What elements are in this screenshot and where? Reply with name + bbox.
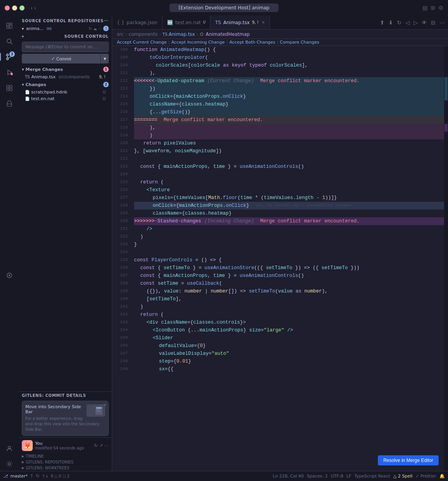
changes-badge: 2 <box>103 82 109 87</box>
tooltip-close[interactable]: ✕ <box>104 403 107 407</box>
activity-remote[interactable] <box>2 268 16 282</box>
code-line-249: sx={{ <box>134 365 444 373</box>
minimize-button[interactable] <box>12 5 17 11</box>
source-control-header: ▾ SOURCE CONTROL <box>19 32 112 40</box>
share-icon[interactable]: ↗ <box>99 443 103 448</box>
toolbar-preview[interactable]: 👁 <box>420 19 429 26</box>
svg-rect-23 <box>96 411 101 412</box>
tab-toolbar: ⬆ ⬇ ↻ ◁ ▷ 👁 ⊟ ⋯ <box>377 16 448 29</box>
status-position[interactable]: Ln 228, Col 40 <box>273 474 304 479</box>
commit-area: Message (⌘Enter to commit on ... ✓ Commi… <box>19 40 112 65</box>
gitlens-worktrees-section[interactable]: ▶ GITLENS: WORKTREES <box>19 465 112 471</box>
more-icon[interactable]: ⋯ <box>104 443 109 448</box>
user-avatar: 🦊 <box>22 440 33 451</box>
svg-rect-1 <box>10 23 12 25</box>
toolbar-extra[interactable]: ⋯ <box>438 19 446 26</box>
activity-settings[interactable] <box>2 457 16 471</box>
activity-source-control[interactable]: 3 <box>2 50 16 64</box>
toolbar-down[interactable]: ⬇ <box>387 19 395 26</box>
repos-header-icons: ⋯ <box>104 18 109 23</box>
status-counts[interactable]: 9 △ 0 ○ 2 <box>51 474 69 478</box>
layout-icon[interactable]: ▤ <box>422 5 427 11</box>
tab-label: { } <box>117 20 124 25</box>
compare-changes[interactable]: Compare Changes <box>280 40 319 45</box>
svg-rect-21 <box>96 407 102 409</box>
status-eol[interactable]: LF <box>346 474 351 479</box>
toolbar-more-1[interactable]: ◁ <box>404 19 411 26</box>
code-line-241: ) <box>134 303 444 311</box>
tab-animap[interactable]: TS Animap.tsx 9, ! ✕ <box>210 16 270 30</box>
breadcrumb-file[interactable]: TSAnimap.tsx <box>162 32 195 37</box>
status-prettier[interactable]: ✓ Prettier <box>416 474 436 479</box>
code-line-210: colorScales[colorScale as keyof typeof c… <box>134 62 444 69</box>
timeline-section[interactable]: ▶ TIMELINE <box>19 453 112 459</box>
svg-rect-11 <box>7 85 9 88</box>
commit-dropdown[interactable]: ▾ <box>101 54 109 63</box>
code-line-235: const PlayerControls = () => { <box>134 256 444 264</box>
svg-rect-19 <box>89 406 95 415</box>
repo-icon-stash[interactable]: ☁ <box>93 26 97 31</box>
toolbar-refresh[interactable]: ↻ <box>395 19 403 26</box>
changes-section[interactable]: ▾ Changes 2 <box>19 80 112 89</box>
activity-accounts[interactable] <box>2 441 16 455</box>
nav-back[interactable]: ‹ <box>31 5 33 11</box>
activity-explorer[interactable] <box>2 19 16 33</box>
tab-test[interactable]: 🔤 test.en.nat U <box>162 16 210 29</box>
resolve-merge-editor-button[interactable]: Resolve in Merge Editor <box>378 455 439 465</box>
merge-changes-label: Merge Changes <box>26 67 63 72</box>
changed-file-1[interactable]: 📄 scratchpad.hdnb U <box>19 89 112 95</box>
tab-close[interactable]: ✕ <box>262 20 265 25</box>
gitlens-repos-section[interactable]: ▶ GITLENS: REPOSITORIES <box>19 459 112 465</box>
accept-both[interactable]: Accept Both Changes <box>229 40 275 45</box>
status-branch[interactable]: master* <box>11 474 28 479</box>
ts-icon: TS <box>25 75 30 79</box>
commit-message-input[interactable]: Message (⌘Enter to commit on ... <box>22 42 109 52</box>
status-reload[interactable]: ↻ <box>36 474 39 479</box>
sync-icon[interactable]: ↻ <box>94 443 98 448</box>
tab-filename: test.en.nat <box>175 20 201 25</box>
code-line-245: <Slider <box>134 334 444 342</box>
svg-rect-22 <box>96 409 100 410</box>
activity-testing[interactable] <box>2 97 16 111</box>
changed-file-2[interactable]: 📄 test.en.nat U <box>19 95 112 102</box>
code-line-224 <box>134 171 444 178</box>
settings-icon[interactable]: ⚙ <box>438 5 443 11</box>
commit-button[interactable]: ✓ Commit <box>22 54 101 63</box>
status-sync[interactable]: ↑ <box>30 474 34 479</box>
status-spaces[interactable]: Spaces: 2 <box>307 474 328 479</box>
repo-icon-more[interactable]: ⋯ <box>98 26 102 31</box>
code-line-230: >>>>>>>·Stashed·changes (Incoming Change… <box>134 217 444 225</box>
code-line-214: onClick={mainActionProps.onClick} <box>134 93 444 100</box>
toolbar-split[interactable]: ⬆ <box>379 19 386 26</box>
repos-refresh-icon[interactable]: ⋯ <box>104 18 109 23</box>
code-line-223: const { mainActionProps, time } = useAni… <box>134 163 444 171</box>
repo-icon-refresh[interactable]: ↻ <box>89 26 92 31</box>
accept-incoming[interactable]: Accept Incoming Change <box>171 40 225 45</box>
commit-btn-row: ✓ Commit ▾ <box>22 54 109 63</box>
tab-package[interactable]: { } package.json <box>112 16 162 29</box>
sidebar-spacer <box>19 102 112 391</box>
merge-file-item[interactable]: TS Animap.tsx src/components 9, ! <box>19 74 112 80</box>
status-spell[interactable]: △ 2 Spell <box>393 474 413 479</box>
code-line-216: {...getSize()} <box>134 108 444 116</box>
code-line-219: ) <box>134 132 444 139</box>
activity-search[interactable] <box>2 34 16 48</box>
status-arrows[interactable]: ↑↓ <box>42 474 48 478</box>
status-notification[interactable]: 🔔 <box>439 474 445 479</box>
nav-forward[interactable]: › <box>34 5 36 11</box>
status-language[interactable]: TypeScript React <box>355 474 390 479</box>
repo-item[interactable]: ▾ anima... mi ↻ ☁ ⋯ 3 <box>19 25 112 32</box>
close-button[interactable] <box>5 5 10 11</box>
accept-current[interactable]: Accept Current Change <box>117 40 167 45</box>
toolbar-more-2[interactable]: ▷ <box>412 19 419 26</box>
activity-run[interactable] <box>2 65 16 79</box>
maximize-button[interactable] <box>19 5 25 11</box>
toolbar-split-v[interactable]: ⊟ <box>429 19 437 26</box>
breadcrumb-function[interactable]: AnimatedHeatmap <box>206 32 250 37</box>
minimap <box>444 46 448 471</box>
status-encoding[interactable]: UTF-8 <box>331 474 343 479</box>
main-layout: 3 <box>0 16 448 471</box>
merge-changes-section[interactable]: ▾ Merge Changes 1 <box>19 65 112 74</box>
activity-extensions[interactable] <box>2 81 16 95</box>
split-icon[interactable]: ⊞ <box>431 5 436 11</box>
